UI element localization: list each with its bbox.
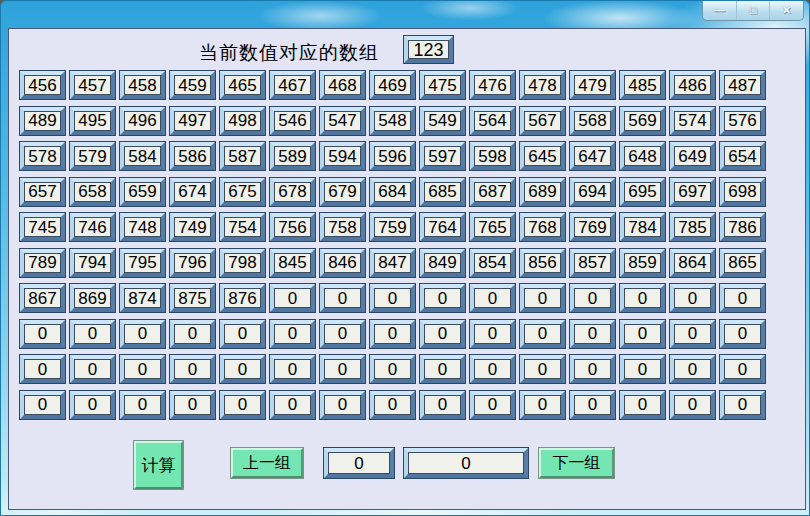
grid-cell[interactable]: 865 xyxy=(720,249,765,277)
grid-cell[interactable]: 0 xyxy=(520,391,565,419)
grid-cell[interactable]: 748 xyxy=(120,213,165,241)
grid-cell[interactable]: 486 xyxy=(670,71,715,99)
grid-cell[interactable]: 856 xyxy=(520,249,565,277)
grid-cell[interactable]: 0 xyxy=(620,355,665,383)
grid-cell[interactable]: 869 xyxy=(70,284,115,312)
grid-cell[interactable]: 695 xyxy=(620,178,665,206)
grid-cell[interactable]: 798 xyxy=(220,249,265,277)
grid-cell[interactable]: 0 xyxy=(670,355,715,383)
grid-cell[interactable]: 597 xyxy=(420,142,465,170)
grid-cell[interactable]: 784 xyxy=(620,213,665,241)
grid-cell[interactable]: 658 xyxy=(70,178,115,206)
grid-cell[interactable]: 0 xyxy=(570,391,615,419)
grid-cell[interactable]: 754 xyxy=(220,213,265,241)
minimize-button[interactable]: — xyxy=(703,1,737,20)
grid-cell[interactable]: 547 xyxy=(320,107,365,135)
grid-cell[interactable]: 0 xyxy=(20,320,65,348)
grid-cell[interactable]: 689 xyxy=(520,178,565,206)
grid-cell[interactable]: 487 xyxy=(720,71,765,99)
grid-cell[interactable]: 458 xyxy=(120,71,165,99)
group-value-field-1[interactable]: 0 xyxy=(324,448,394,478)
grid-cell[interactable]: 674 xyxy=(170,178,215,206)
grid-cell[interactable]: 0 xyxy=(170,391,215,419)
grid-cell[interactable]: 0 xyxy=(420,391,465,419)
maximize-button[interactable]: □ xyxy=(737,1,771,20)
grid-cell[interactable]: 569 xyxy=(620,107,665,135)
grid-cell[interactable]: 0 xyxy=(320,355,365,383)
grid-cell[interactable]: 849 xyxy=(420,249,465,277)
grid-cell[interactable]: 594 xyxy=(320,142,365,170)
grid-cell[interactable]: 0 xyxy=(170,355,215,383)
grid-cell[interactable]: 769 xyxy=(570,213,615,241)
grid-cell[interactable]: 0 xyxy=(120,320,165,348)
grid-cell[interactable]: 0 xyxy=(520,355,565,383)
grid-cell[interactable]: 0 xyxy=(70,355,115,383)
grid-cell[interactable]: 649 xyxy=(670,142,715,170)
grid-cell[interactable]: 786 xyxy=(720,213,765,241)
grid-cell[interactable]: 0 xyxy=(370,284,415,312)
grid-cell[interactable]: 578 xyxy=(20,142,65,170)
grid-cell[interactable]: 495 xyxy=(70,107,115,135)
grid-cell[interactable]: 864 xyxy=(670,249,715,277)
current-array-field[interactable]: 123 xyxy=(404,36,453,63)
grid-cell[interactable]: 576 xyxy=(720,107,765,135)
calculate-button[interactable]: 计算 xyxy=(134,441,183,489)
grid-cell[interactable]: 756 xyxy=(270,213,315,241)
grid-cell[interactable]: 749 xyxy=(170,213,215,241)
grid-cell[interactable]: 758 xyxy=(320,213,365,241)
grid-cell[interactable]: 687 xyxy=(470,178,515,206)
grid-cell[interactable]: 0 xyxy=(570,284,615,312)
grid-cell[interactable]: 0 xyxy=(720,355,765,383)
grid-cell[interactable]: 468 xyxy=(320,71,365,99)
grid-cell[interactable]: 0 xyxy=(470,355,515,383)
grid-cell[interactable]: 465 xyxy=(220,71,265,99)
grid-cell[interactable]: 0 xyxy=(670,284,715,312)
grid-cell[interactable]: 0 xyxy=(470,391,515,419)
grid-cell[interactable]: 648 xyxy=(620,142,665,170)
grid-cell[interactable]: 647 xyxy=(570,142,615,170)
grid-cell[interactable]: 546 xyxy=(270,107,315,135)
grid-cell[interactable]: 479 xyxy=(570,71,615,99)
grid-cell[interactable]: 785 xyxy=(670,213,715,241)
grid-cell[interactable]: 874 xyxy=(120,284,165,312)
grid-cell[interactable]: 0 xyxy=(370,320,415,348)
grid-cell[interactable]: 0 xyxy=(220,320,265,348)
grid-cell[interactable]: 567 xyxy=(520,107,565,135)
grid-cell[interactable]: 478 xyxy=(520,71,565,99)
grid-cell[interactable]: 0 xyxy=(370,391,415,419)
grid-cell[interactable]: 0 xyxy=(720,284,765,312)
grid-cell[interactable]: 0 xyxy=(120,355,165,383)
grid-cell[interactable]: 659 xyxy=(120,178,165,206)
grid-cell[interactable]: 698 xyxy=(720,178,765,206)
grid-cell[interactable]: 0 xyxy=(670,320,715,348)
close-button[interactable]: ✕ xyxy=(770,1,803,20)
grid-cell[interactable]: 796 xyxy=(170,249,215,277)
grid-cell[interactable]: 768 xyxy=(520,213,565,241)
grid-cell[interactable]: 759 xyxy=(370,213,415,241)
grid-cell[interactable]: 467 xyxy=(270,71,315,99)
grid-cell[interactable]: 0 xyxy=(620,320,665,348)
grid-cell[interactable]: 489 xyxy=(20,107,65,135)
grid-cell[interactable]: 0 xyxy=(370,355,415,383)
grid-cell[interactable]: 579 xyxy=(70,142,115,170)
grid-cell[interactable]: 0 xyxy=(320,391,365,419)
grid-cell[interactable]: 456 xyxy=(20,71,65,99)
grid-cell[interactable]: 0 xyxy=(320,320,365,348)
grid-cell[interactable]: 857 xyxy=(570,249,615,277)
grid-cell[interactable]: 485 xyxy=(620,71,665,99)
grid-cell[interactable]: 0 xyxy=(220,391,265,419)
grid-cell[interactable]: 0 xyxy=(20,391,65,419)
grid-cell[interactable]: 587 xyxy=(220,142,265,170)
grid-cell[interactable]: 0 xyxy=(270,355,315,383)
group-value-field-2[interactable]: 0 xyxy=(404,448,528,478)
grid-cell[interactable]: 745 xyxy=(20,213,65,241)
grid-cell[interactable]: 679 xyxy=(320,178,365,206)
grid-cell[interactable]: 0 xyxy=(20,355,65,383)
grid-cell[interactable]: 0 xyxy=(570,320,615,348)
grid-cell[interactable]: 0 xyxy=(270,391,315,419)
grid-cell[interactable]: 475 xyxy=(420,71,465,99)
grid-cell[interactable]: 0 xyxy=(220,355,265,383)
grid-cell[interactable]: 794 xyxy=(70,249,115,277)
grid-cell[interactable]: 0 xyxy=(420,284,465,312)
grid-cell[interactable]: 548 xyxy=(370,107,415,135)
